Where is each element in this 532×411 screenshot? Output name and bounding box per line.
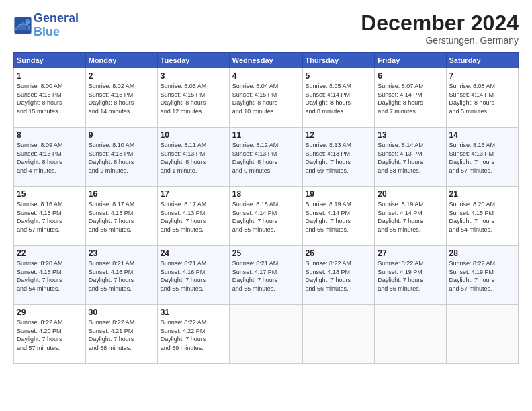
day-info: Sunrise: 8:00 AM Sunset: 4:16 PM Dayligh… <box>17 82 83 116</box>
day-cell: 22Sunrise: 8:20 AM Sunset: 4:15 PM Dayli… <box>14 246 86 305</box>
day-info: Sunrise: 8:21 AM Sunset: 4:17 PM Dayligh… <box>232 259 300 293</box>
day-cell: 19Sunrise: 8:19 AM Sunset: 4:14 PM Dayli… <box>302 187 375 246</box>
day-cell: 10Sunrise: 8:11 AM Sunset: 4:13 PM Dayli… <box>157 128 229 187</box>
page: GeneralBlue December 2024 Gerstungen, Ge… <box>0 0 532 411</box>
weekday-header-tuesday: Tuesday <box>157 53 229 68</box>
day-info: Sunrise: 8:16 AM Sunset: 4:13 PM Dayligh… <box>17 200 83 234</box>
day-cell: 31Sunrise: 8:22 AM Sunset: 4:22 PM Dayli… <box>157 305 229 364</box>
logo-icon <box>13 16 32 35</box>
day-info: Sunrise: 8:18 AM Sunset: 4:14 PM Dayligh… <box>232 200 300 234</box>
day-number: 22 <box>17 248 83 258</box>
day-number: 14 <box>449 130 515 140</box>
day-number: 6 <box>378 71 443 81</box>
day-cell: 9Sunrise: 8:10 AM Sunset: 4:13 PM Daylig… <box>85 128 157 187</box>
day-info: Sunrise: 8:22 AM Sunset: 4:19 PM Dayligh… <box>378 259 443 293</box>
day-info: Sunrise: 8:07 AM Sunset: 4:14 PM Dayligh… <box>378 82 443 116</box>
day-number: 19 <box>306 189 372 199</box>
day-info: Sunrise: 8:22 AM Sunset: 4:18 PM Dayligh… <box>306 259 372 293</box>
day-info: Sunrise: 8:14 AM Sunset: 4:13 PM Dayligh… <box>378 141 443 175</box>
day-cell: 7Sunrise: 8:08 AM Sunset: 4:14 PM Daylig… <box>446 68 518 128</box>
day-info: Sunrise: 8:04 AM Sunset: 4:15 PM Dayligh… <box>232 82 300 116</box>
day-cell: 29Sunrise: 8:22 AM Sunset: 4:20 PM Dayli… <box>14 305 86 364</box>
day-cell: 3Sunrise: 8:03 AM Sunset: 4:15 PM Daylig… <box>157 68 229 128</box>
day-info: Sunrise: 8:09 AM Sunset: 4:13 PM Dayligh… <box>17 141 83 175</box>
day-number: 12 <box>306 130 372 140</box>
day-number: 13 <box>378 130 443 140</box>
day-number: 8 <box>17 130 83 140</box>
weekday-header-row: SundayMondayTuesdayWednesdayThursdayFrid… <box>14 53 519 68</box>
day-number: 26 <box>306 248 372 258</box>
weekday-header-monday: Monday <box>85 53 157 68</box>
day-cell <box>229 305 302 364</box>
week-row-5: 29Sunrise: 8:22 AM Sunset: 4:20 PM Dayli… <box>14 305 519 364</box>
day-info: Sunrise: 8:22 AM Sunset: 4:22 PM Dayligh… <box>161 318 226 352</box>
day-cell: 5Sunrise: 8:05 AM Sunset: 4:14 PM Daylig… <box>302 68 375 128</box>
week-row-2: 8Sunrise: 8:09 AM Sunset: 4:13 PM Daylig… <box>14 128 519 187</box>
day-cell: 20Sunrise: 8:19 AM Sunset: 4:14 PM Dayli… <box>375 187 446 246</box>
week-row-3: 15Sunrise: 8:16 AM Sunset: 4:13 PM Dayli… <box>14 187 519 246</box>
day-info: Sunrise: 8:05 AM Sunset: 4:14 PM Dayligh… <box>306 82 372 116</box>
day-cell: 2Sunrise: 8:02 AM Sunset: 4:16 PM Daylig… <box>85 68 157 128</box>
day-number: 29 <box>17 308 83 317</box>
day-info: Sunrise: 8:17 AM Sunset: 4:13 PM Dayligh… <box>89 200 154 234</box>
day-number: 21 <box>449 189 515 199</box>
month-title: December 2024 <box>361 12 519 34</box>
day-number: 24 <box>161 248 226 258</box>
day-cell: 8Sunrise: 8:09 AM Sunset: 4:13 PM Daylig… <box>14 128 86 187</box>
day-info: Sunrise: 8:22 AM Sunset: 4:21 PM Dayligh… <box>89 318 154 352</box>
day-number: 25 <box>232 248 300 258</box>
day-info: Sunrise: 8:22 AM Sunset: 4:19 PM Dayligh… <box>449 259 515 293</box>
day-info: Sunrise: 8:11 AM Sunset: 4:13 PM Dayligh… <box>161 141 226 175</box>
day-info: Sunrise: 8:17 AM Sunset: 4:13 PM Dayligh… <box>161 200 226 234</box>
day-cell: 23Sunrise: 8:21 AM Sunset: 4:16 PM Dayli… <box>85 246 157 305</box>
day-cell: 26Sunrise: 8:22 AM Sunset: 4:18 PM Dayli… <box>302 246 375 305</box>
day-cell <box>375 305 446 364</box>
day-cell: 25Sunrise: 8:21 AM Sunset: 4:17 PM Dayli… <box>229 246 302 305</box>
day-cell: 28Sunrise: 8:22 AM Sunset: 4:19 PM Dayli… <box>446 246 518 305</box>
day-info: Sunrise: 8:21 AM Sunset: 4:16 PM Dayligh… <box>89 259 154 293</box>
day-cell: 4Sunrise: 8:04 AM Sunset: 4:15 PM Daylig… <box>229 68 302 128</box>
day-cell: 14Sunrise: 8:15 AM Sunset: 4:13 PM Dayli… <box>446 128 518 187</box>
day-number: 3 <box>161 71 226 81</box>
day-cell: 11Sunrise: 8:12 AM Sunset: 4:13 PM Dayli… <box>229 128 302 187</box>
weekday-header-sunday: Sunday <box>14 53 86 68</box>
day-cell <box>446 305 518 364</box>
day-number: 9 <box>89 130 154 140</box>
day-number: 28 <box>449 248 515 258</box>
day-number: 15 <box>17 189 83 199</box>
day-info: Sunrise: 8:20 AM Sunset: 4:15 PM Dayligh… <box>449 200 515 234</box>
day-cell: 13Sunrise: 8:14 AM Sunset: 4:13 PM Dayli… <box>375 128 446 187</box>
day-number: 23 <box>89 248 154 258</box>
day-number: 16 <box>89 189 154 199</box>
day-cell <box>302 305 375 364</box>
day-number: 17 <box>161 189 226 199</box>
day-cell: 15Sunrise: 8:16 AM Sunset: 4:13 PM Dayli… <box>14 187 86 246</box>
day-cell: 27Sunrise: 8:22 AM Sunset: 4:19 PM Dayli… <box>375 246 446 305</box>
svg-point-2 <box>26 19 30 24</box>
day-info: Sunrise: 8:10 AM Sunset: 4:13 PM Dayligh… <box>89 141 154 175</box>
day-info: Sunrise: 8:13 AM Sunset: 4:13 PM Dayligh… <box>306 141 372 175</box>
day-cell: 21Sunrise: 8:20 AM Sunset: 4:15 PM Dayli… <box>446 187 518 246</box>
day-cell: 30Sunrise: 8:22 AM Sunset: 4:21 PM Dayli… <box>85 305 157 364</box>
day-number: 4 <box>232 71 300 81</box>
week-row-1: 1Sunrise: 8:00 AM Sunset: 4:16 PM Daylig… <box>14 68 519 128</box>
day-info: Sunrise: 8:20 AM Sunset: 4:15 PM Dayligh… <box>17 259 83 293</box>
day-info: Sunrise: 8:15 AM Sunset: 4:13 PM Dayligh… <box>449 141 515 175</box>
day-cell: 24Sunrise: 8:21 AM Sunset: 4:16 PM Dayli… <box>157 246 229 305</box>
day-number: 31 <box>161 308 226 317</box>
day-cell: 6Sunrise: 8:07 AM Sunset: 4:14 PM Daylig… <box>375 68 446 128</box>
location: Gerstungen, Germany <box>361 35 519 46</box>
day-info: Sunrise: 8:19 AM Sunset: 4:14 PM Dayligh… <box>378 200 443 234</box>
day-info: Sunrise: 8:02 AM Sunset: 4:16 PM Dayligh… <box>89 82 154 116</box>
day-info: Sunrise: 8:03 AM Sunset: 4:15 PM Dayligh… <box>161 82 226 116</box>
day-number: 2 <box>89 71 154 81</box>
day-info: Sunrise: 8:19 AM Sunset: 4:14 PM Dayligh… <box>306 200 372 234</box>
day-info: Sunrise: 8:08 AM Sunset: 4:14 PM Dayligh… <box>449 82 515 116</box>
logo-text: GeneralBlue <box>34 12 79 39</box>
day-cell: 16Sunrise: 8:17 AM Sunset: 4:13 PM Dayli… <box>85 187 157 246</box>
day-info: Sunrise: 8:12 AM Sunset: 4:13 PM Dayligh… <box>232 141 300 175</box>
calendar-table: SundayMondayTuesdayWednesdayThursdayFrid… <box>13 52 519 364</box>
day-number: 30 <box>89 308 154 317</box>
header: GeneralBlue December 2024 Gerstungen, Ge… <box>13 12 519 46</box>
day-number: 27 <box>378 248 443 258</box>
